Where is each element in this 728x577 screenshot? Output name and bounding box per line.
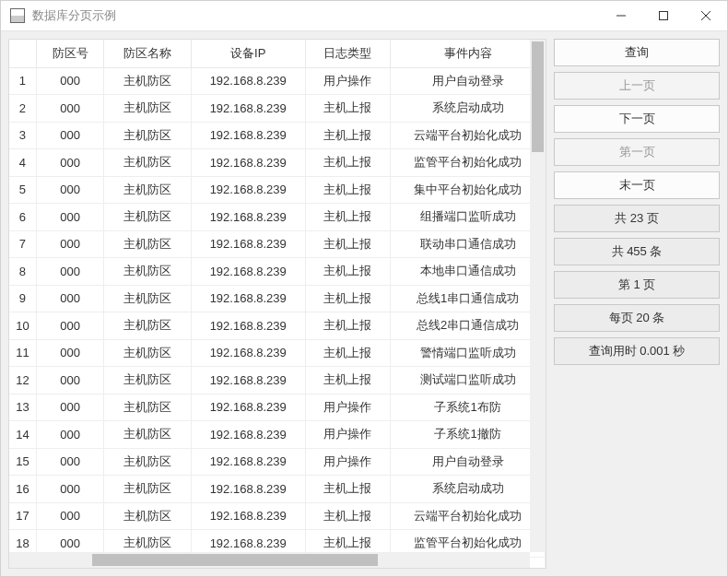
horizontal-scrollbar[interactable] xyxy=(9,552,530,568)
side-panel: 查询 上一页 下一页 第一页 末一页 共 23 页 共 455 条 第 1 页 … xyxy=(554,39,720,569)
cell-rownum: 12 xyxy=(9,367,36,394)
cell-event: 系统启动成功 xyxy=(391,95,546,123)
cell-log: 主机上报 xyxy=(305,502,390,530)
minimize-button[interactable] xyxy=(600,1,642,30)
cell-zone-no: 000 xyxy=(36,394,103,421)
cell-zone-name: 主机防区 xyxy=(104,312,191,340)
cell-rownum: 9 xyxy=(9,285,36,312)
vertical-scrollbar[interactable] xyxy=(530,40,546,552)
table-row[interactable]: 14000主机防区192.168.8.239用户操作子系统1撤防 xyxy=(9,421,546,449)
cell-rownum: 4 xyxy=(9,149,36,177)
maximize-button[interactable] xyxy=(642,1,685,30)
cell-log: 主机上报 xyxy=(305,258,390,286)
cell-zone-name: 主机防区 xyxy=(104,476,191,503)
table-row[interactable]: 12000主机防区192.168.8.239主机上报测试端口监听成功 xyxy=(9,367,546,394)
header-device-ip[interactable]: 设备IP xyxy=(191,40,305,67)
cell-log: 用户操作 xyxy=(305,67,390,95)
app-window: 数据库分页示例 防区号 防 xyxy=(0,0,728,577)
prev-page-button[interactable]: 上一页 xyxy=(554,72,720,100)
cell-event: 云端平台初始化成功 xyxy=(391,502,546,530)
cell-rownum: 14 xyxy=(9,421,36,449)
cell-log: 主机上报 xyxy=(305,204,390,231)
header-zone-name[interactable]: 防区名称 xyxy=(104,40,191,67)
cell-event: 系统启动成功 xyxy=(391,476,546,503)
cell-log: 主机上报 xyxy=(305,176,390,204)
cell-event: 用户自动登录 xyxy=(391,67,546,95)
elapsed-label: 查询用时 0.001 秒 xyxy=(554,337,720,365)
data-table-container: 防区号 防区名称 设备IP 日志类型 事件内容 1000主机防区192.168.… xyxy=(8,39,546,569)
horizontal-scroll-thumb[interactable] xyxy=(92,554,378,566)
cell-zone-no: 000 xyxy=(36,502,103,530)
cell-zone-no: 000 xyxy=(36,95,103,123)
cell-event: 子系统1撤防 xyxy=(391,421,546,449)
cell-zone-no: 000 xyxy=(36,367,103,394)
query-button[interactable]: 查询 xyxy=(554,39,720,66)
cell-zone-no: 000 xyxy=(36,122,103,149)
header-zone-no[interactable]: 防区号 xyxy=(36,40,103,67)
cell-zone-no: 000 xyxy=(36,230,103,258)
cell-zone-name: 主机防区 xyxy=(104,285,191,312)
cell-ip: 192.168.8.239 xyxy=(191,204,305,231)
table-row[interactable]: 10000主机防区192.168.8.239主机上报总线2串口通信成功 xyxy=(9,312,546,340)
table-row[interactable]: 8000主机防区192.168.8.239主机上报本地串口通信成功 xyxy=(9,258,546,286)
cell-rownum: 15 xyxy=(9,448,36,476)
cell-ip: 192.168.8.239 xyxy=(191,285,305,312)
cell-log: 用户操作 xyxy=(305,448,390,476)
header-rownum xyxy=(9,40,36,67)
table-row[interactable]: 11000主机防区192.168.8.239主机上报警情端口监听成功 xyxy=(9,339,546,367)
cell-ip: 192.168.8.239 xyxy=(191,367,305,394)
cell-event: 集中平台初始化成功 xyxy=(391,176,546,204)
cell-event: 本地串口通信成功 xyxy=(391,258,546,286)
cell-log: 主机上报 xyxy=(305,367,390,394)
cell-ip: 192.168.8.239 xyxy=(191,476,305,503)
cell-zone-no: 000 xyxy=(36,448,103,476)
cell-event: 用户自动登录 xyxy=(391,448,546,476)
titlebar: 数据库分页示例 xyxy=(1,1,727,31)
table-scroll-region[interactable]: 防区号 防区名称 设备IP 日志类型 事件内容 1000主机防区192.168.… xyxy=(9,40,546,568)
header-event[interactable]: 事件内容 xyxy=(391,40,546,67)
table-row[interactable]: 5000主机防区192.168.8.239主机上报集中平台初始化成功 xyxy=(9,176,546,204)
cell-log: 主机上报 xyxy=(305,230,390,258)
current-page-label: 第 1 页 xyxy=(554,271,720,299)
next-page-button[interactable]: 下一页 xyxy=(554,105,720,133)
table-row[interactable]: 3000主机防区192.168.8.239主机上报云端平台初始化成功 xyxy=(9,122,546,149)
header-log-type[interactable]: 日志类型 xyxy=(305,40,390,67)
cell-rownum: 16 xyxy=(9,476,36,503)
table-row[interactable]: 9000主机防区192.168.8.239主机上报总线1串口通信成功 xyxy=(9,285,546,312)
cell-ip: 192.168.8.239 xyxy=(191,394,305,421)
cell-zone-name: 主机防区 xyxy=(104,258,191,286)
close-button[interactable] xyxy=(685,1,727,30)
cell-zone-name: 主机防区 xyxy=(104,367,191,394)
cell-ip: 192.168.8.239 xyxy=(191,421,305,449)
cell-rownum: 10 xyxy=(9,312,36,340)
table-row[interactable]: 17000主机防区192.168.8.239主机上报云端平台初始化成功 xyxy=(9,502,546,530)
cell-event: 子系统1布防 xyxy=(391,394,546,421)
table-row[interactable]: 4000主机防区192.168.8.239主机上报监管平台初始化成功 xyxy=(9,149,546,177)
table-row[interactable]: 16000主机防区192.168.8.239主机上报系统启动成功 xyxy=(9,476,546,503)
cell-ip: 192.168.8.239 xyxy=(191,149,305,177)
first-page-button[interactable]: 第一页 xyxy=(554,138,720,166)
cell-zone-name: 主机防区 xyxy=(104,149,191,177)
cell-zone-name: 主机防区 xyxy=(104,230,191,258)
table-row[interactable]: 15000主机防区192.168.8.239用户操作用户自动登录 xyxy=(9,448,546,476)
total-records-label: 共 455 条 xyxy=(554,238,720,265)
table-row[interactable]: 6000主机防区192.168.8.239主机上报组播端口监听成功 xyxy=(9,204,546,231)
cell-ip: 192.168.8.239 xyxy=(191,502,305,530)
cell-log: 主机上报 xyxy=(305,122,390,149)
cell-zone-name: 主机防区 xyxy=(104,67,191,95)
cell-zone-no: 000 xyxy=(36,67,103,95)
table-row[interactable]: 2000主机防区192.168.8.239主机上报系统启动成功 xyxy=(9,95,546,123)
cell-rownum: 11 xyxy=(9,339,36,367)
page-size-label: 每页 20 条 xyxy=(554,304,720,332)
table-row[interactable]: 13000主机防区192.168.8.239用户操作子系统1布防 xyxy=(9,394,546,421)
cell-zone-name: 主机防区 xyxy=(104,448,191,476)
cell-event: 组播端口监听成功 xyxy=(391,204,546,231)
cell-zone-no: 000 xyxy=(36,285,103,312)
cell-zone-name: 主机防区 xyxy=(104,204,191,231)
table-row[interactable]: 7000主机防区192.168.8.239主机上报联动串口通信成功 xyxy=(9,230,546,258)
svg-rect-1 xyxy=(660,12,668,20)
cell-rownum: 1 xyxy=(9,67,36,95)
last-page-button[interactable]: 末一页 xyxy=(554,171,720,199)
vertical-scroll-thumb[interactable] xyxy=(532,41,544,152)
table-row[interactable]: 1000主机防区192.168.8.239用户操作用户自动登录 xyxy=(9,67,546,95)
